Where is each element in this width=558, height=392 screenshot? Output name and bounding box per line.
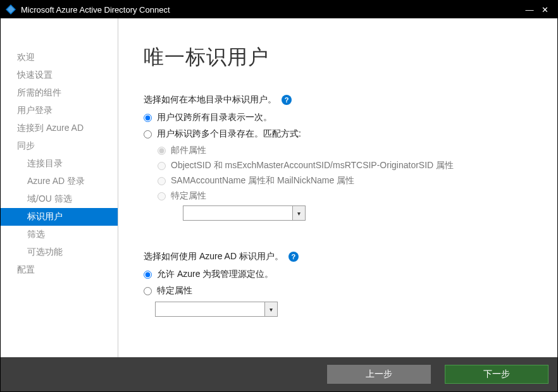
svg-marker-1: [7, 6, 15, 13]
specific-attr-2-dropdown: ▾: [155, 302, 278, 317]
section2-label: 选择如何使用 Azure AD 标识用户。 ?: [144, 251, 532, 262]
chevron-down-icon: ▾: [292, 206, 305, 220]
radio-specific-attr-1: 特定属性: [158, 190, 532, 202]
azure-logo-icon: [6, 4, 16, 15]
nav-connect-azure-ad[interactable]: 连接到 Azure AD: [1, 119, 118, 137]
radio-mail-attr-input: [158, 147, 166, 155]
titlebar: Microsoft Azure Active Directory Connect…: [1, 1, 557, 18]
nav-user-signin[interactable]: 用户登录: [1, 102, 118, 119]
nav-filter[interactable]: 筛选: [1, 226, 118, 243]
sidebar: 欢迎 快速设置 所需的组件 用户登录 连接到 Azure AD 同步 连接目录 …: [1, 18, 118, 357]
footer: 上一步 下一步: [1, 357, 557, 391]
radio-users-multi-label: 用户标识跨多个目录存在。匹配方式:: [157, 128, 301, 140]
next-button[interactable]: 下一步: [445, 365, 549, 384]
radio-specific-attr-2[interactable]: 特定属性: [144, 285, 532, 297]
section1-label: 选择如何在本地目录中标识用户。 ?: [144, 94, 532, 106]
radio-users-multi-input[interactable]: [144, 130, 152, 138]
radio-specific-attr-1-input: [158, 192, 166, 200]
close-button[interactable]: ✕: [537, 5, 552, 15]
radio-objectsid-label: ObjectSID 和 msExchMasterAccountSID/msRTC…: [171, 160, 454, 171]
radio-samaccount-input: [158, 177, 166, 185]
radio-users-once[interactable]: 用户仅跨所有目录表示一次。: [144, 112, 532, 123]
nav-express[interactable]: 快速设置: [1, 66, 118, 84]
radio-specific-attr-1-label: 特定属性: [171, 190, 206, 202]
nav-sync[interactable]: 同步: [1, 137, 118, 155]
radio-specific-attr-2-label: 特定属性: [157, 285, 192, 297]
radio-allow-azure-input[interactable]: [144, 271, 152, 279]
nav-optional-features[interactable]: 可选功能: [1, 243, 118, 261]
radio-users-multi[interactable]: 用户标识跨多个目录存在。匹配方式:: [144, 128, 532, 140]
nav-identify-users[interactable]: 标识用户: [1, 208, 118, 226]
radio-samaccount: SAMAccountName 属性和 MailNickName 属性: [158, 175, 532, 187]
match-sub-options: 邮件属性 ObjectSID 和 msExchMasterAccountSID/…: [144, 145, 532, 221]
section1-text: 选择如何在本地目录中标识用户。: [144, 94, 276, 106]
radio-specific-attr-2-input[interactable]: [144, 287, 152, 295]
radio-allow-azure-label: 允许 Azure 为我管理源定位。: [157, 269, 273, 280]
radio-users-once-input[interactable]: [144, 114, 152, 122]
radio-mail-attr-label: 邮件属性: [171, 145, 206, 156]
body: 欢迎 快速设置 所需的组件 用户登录 连接到 Azure AD 同步 连接目录 …: [1, 18, 557, 357]
nav-connect-directories[interactable]: 连接目录: [1, 155, 118, 173]
chevron-down-icon: ▾: [264, 302, 277, 316]
nav-domain-ou-filter[interactable]: 域/OU 筛选: [1, 190, 118, 208]
nav-configure[interactable]: 配置: [1, 261, 118, 279]
minimize-button[interactable]: —: [522, 5, 537, 15]
radio-users-once-label: 用户仅跨所有目录表示一次。: [157, 112, 272, 123]
radio-allow-azure[interactable]: 允许 Azure 为我管理源定位。: [144, 269, 532, 280]
previous-button[interactable]: 上一步: [327, 365, 431, 384]
radio-mail-attr: 邮件属性: [158, 145, 532, 156]
page-heading: 唯一标识用户: [144, 44, 532, 71]
radio-objectsid-input: [158, 162, 166, 170]
radio-samaccount-label: SAMAccountName 属性和 MailNickName 属性: [171, 175, 354, 187]
nav-welcome[interactable]: 欢迎: [1, 49, 118, 66]
window: Microsoft Azure Active Directory Connect…: [0, 0, 558, 392]
specific-attr-1-dropdown: ▾: [183, 205, 306, 221]
help-icon[interactable]: ?: [288, 252, 299, 262]
radio-objectsid: ObjectSID 和 msExchMasterAccountSID/msRTC…: [158, 160, 532, 171]
help-icon[interactable]: ?: [282, 95, 292, 105]
nav-components[interactable]: 所需的组件: [1, 84, 118, 102]
section2-text: 选择如何使用 Azure AD 标识用户。: [144, 251, 283, 262]
window-title: Microsoft Azure Active Directory Connect: [21, 5, 522, 15]
main-content: 唯一标识用户 选择如何在本地目录中标识用户。 ? 用户仅跨所有目录表示一次。 用…: [118, 18, 557, 357]
nav-azure-ad-signin[interactable]: Azure AD 登录: [1, 173, 118, 190]
